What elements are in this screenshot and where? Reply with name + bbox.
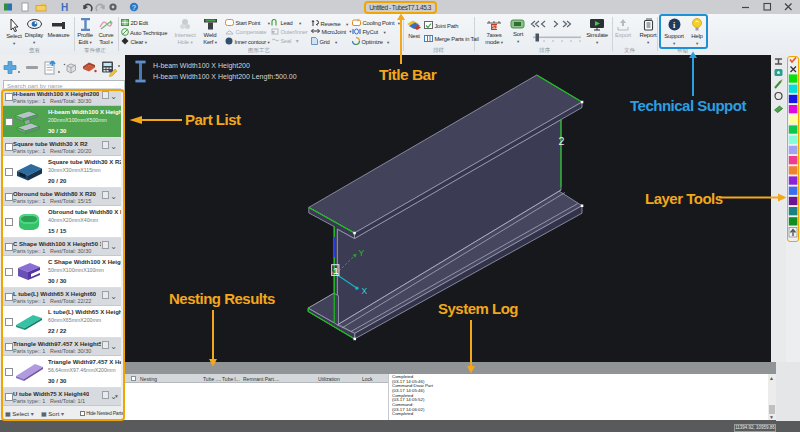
svg-text:X: X (362, 286, 368, 296)
svg-text:2: 2 (559, 135, 565, 147)
svg-text:Y: Y (359, 248, 365, 258)
svg-text:S1: S1 (492, 24, 498, 30)
svg-text:1: 1 (333, 265, 339, 276)
svg-text:H-beam Width100 X Height200: H-beam Width100 X Height200 (153, 62, 250, 70)
svg-text:H-beam Width100 X Height200 Le: H-beam Width100 X Height200 Length:500.0… (153, 73, 297, 81)
